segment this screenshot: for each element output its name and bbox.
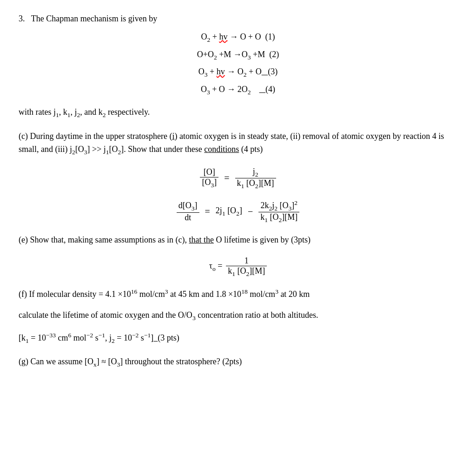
frac-num-2k2j2: 2k2j2 [O3]2	[258, 199, 299, 213]
frac-den-O3: [O3]	[200, 177, 218, 189]
part-g-text: (g) Can we assume [Ox] ≈ [O3] throughout…	[19, 355, 457, 369]
equals-2: =	[203, 206, 212, 217]
tau-lhs: τo =	[209, 261, 223, 273]
underline-3	[262, 67, 268, 76]
tau-row: τo = 1 k1 [O2][M]	[19, 256, 457, 278]
question-header: 3. The Chapman mechanism is given by	[19, 14, 457, 24]
frac-den-k1O2M: k1 [O2][M]	[235, 178, 276, 190]
reactions-block: O2 + hv → O + O (1) O+O2 +M →O3 +M (2) O…	[19, 28, 457, 98]
reaction-4: O3 + O → 2O2 (4)	[19, 81, 457, 98]
part-f-line3: [k1 = 10−33 cm6 mol−2 s−1, j2 = 10−2 s−1…	[19, 330, 457, 346]
frac-num-1: 1	[226, 256, 267, 266]
frac-num-j2: j2	[235, 167, 276, 179]
equals-1: =	[222, 173, 231, 184]
reaction-1: O2 + hv → O + O (1)	[19, 28, 457, 46]
formula-2-block: d[O3] dt = 2j1 [O2] − 2k2j2 [O3]2 k1 [O2…	[19, 199, 457, 224]
frac-den-k1O2M2: k1 [O2][M]	[258, 212, 299, 224]
frac-num-dO3: d[O3]	[177, 201, 199, 213]
reaction-3: O3 + hv → O2 + O (3)	[19, 63, 457, 81]
formula-2-row: d[O3] dt = 2j1 [O2] − 2k2j2 [O3]2 k1 [O2…	[19, 199, 457, 224]
part-c-text: (c) During daytime in the upper stratosp…	[19, 130, 457, 158]
minus-1: −	[246, 206, 255, 217]
intro-text: The Chapman mechanism is given by	[31, 14, 157, 23]
part-c-section: (c) During daytime in the upper stratosp…	[19, 130, 457, 224]
part-f-text: (f) If molecular density = 4.1 ×1016 mol…	[19, 287, 457, 301]
fraction-j2-k1: j2 k1 [O2][M]	[235, 167, 276, 190]
part-g-section: (g) Can we assume [Ox] ≈ [O3] throughout…	[19, 355, 457, 369]
part-f-line2: calculate the lifetime of atomic oxygen …	[19, 309, 457, 323]
part-e-text: (e) Show that, making same assumptions a…	[19, 233, 457, 247]
formula-1-block: [O] [O3] = j2 k1 [O2][M]	[19, 167, 457, 190]
hv-1: hv	[219, 32, 227, 41]
tau-formula-block: τo = 1 k1 [O2][M]	[19, 256, 457, 278]
frac-den-dt: dt	[177, 213, 199, 223]
rhs-term1: 2j1 [O2]	[216, 206, 242, 217]
reaction-2: O+O2 +M →O3 +M (2)	[19, 46, 457, 64]
underline-4	[259, 85, 266, 94]
frac-num-O: [O]	[200, 167, 218, 177]
part-e-section: (e) Show that, making same assumptions a…	[19, 233, 457, 277]
hv-3: hv	[217, 67, 225, 76]
frac-den-tau: k1 [O2][M]	[226, 266, 267, 278]
fraction-O-O3: [O] [O3]	[200, 167, 218, 189]
fraction-2k2j2-k1: 2k2j2 [O3]2 k1 [O2][M]	[258, 199, 299, 224]
fraction-tau: 1 k1 [O2][M]	[226, 256, 267, 278]
rates-paragraph: with rates j1, k1, j2, and k2 respective…	[19, 105, 457, 120]
part-f-section: (f) If molecular density = 4.1 ×1016 mol…	[19, 287, 457, 346]
question-number: 3.	[19, 14, 25, 23]
formula-1-row: [O] [O3] = j2 k1 [O2][M]	[19, 167, 457, 190]
question-3-section: 3. The Chapman mechanism is given by O2 …	[19, 14, 457, 120]
fraction-dO3-dt: d[O3] dt	[177, 201, 199, 223]
